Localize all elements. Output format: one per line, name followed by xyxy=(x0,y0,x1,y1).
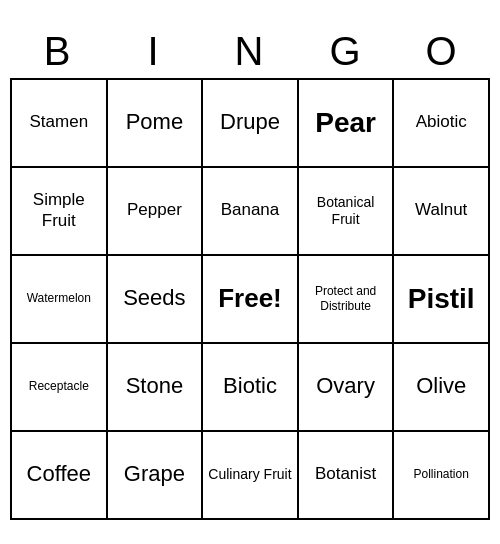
cell-r1-c4: Walnut xyxy=(394,168,490,256)
cell-r1-c2: Banana xyxy=(203,168,299,256)
cell-r0-c3: Pear xyxy=(299,80,395,168)
cell-r0-c4: Abiotic xyxy=(394,80,490,168)
bingo-grid: StamenPomeDrupePearAbioticSimple FruitPe… xyxy=(10,78,490,520)
cell-r4-c4: Pollination xyxy=(394,432,490,520)
cell-r3-c0: Receptacle xyxy=(12,344,108,432)
cell-r3-c3: Ovary xyxy=(299,344,395,432)
cell-r3-c2: Biotic xyxy=(203,344,299,432)
cell-r0-c0: Stamen xyxy=(12,80,108,168)
bingo-card: B I N G O StamenPomeDrupePearAbioticSimp… xyxy=(10,25,490,520)
cell-r2-c1: Seeds xyxy=(108,256,204,344)
cell-r1-c0: Simple Fruit xyxy=(12,168,108,256)
bingo-header: B I N G O xyxy=(10,25,490,78)
cell-r4-c2: Culinary Fruit xyxy=(203,432,299,520)
header-g: G xyxy=(298,25,394,78)
cell-r0-c1: Pome xyxy=(108,80,204,168)
header-n: N xyxy=(202,25,298,78)
cell-r0-c2: Drupe xyxy=(203,80,299,168)
header-b: B xyxy=(10,25,106,78)
cell-r2-c2: Free! xyxy=(203,256,299,344)
cell-r4-c3: Botanist xyxy=(299,432,395,520)
cell-r2-c4: Pistil xyxy=(394,256,490,344)
cell-r4-c0: Coffee xyxy=(12,432,108,520)
header-i: I xyxy=(106,25,202,78)
cell-r3-c4: Olive xyxy=(394,344,490,432)
cell-r4-c1: Grape xyxy=(108,432,204,520)
cell-r3-c1: Stone xyxy=(108,344,204,432)
cell-r1-c3: Botanical Fruit xyxy=(299,168,395,256)
cell-r2-c3: Protect and Distribute xyxy=(299,256,395,344)
cell-r2-c0: Watermelon xyxy=(12,256,108,344)
cell-r1-c1: Pepper xyxy=(108,168,204,256)
header-o: O xyxy=(394,25,490,78)
